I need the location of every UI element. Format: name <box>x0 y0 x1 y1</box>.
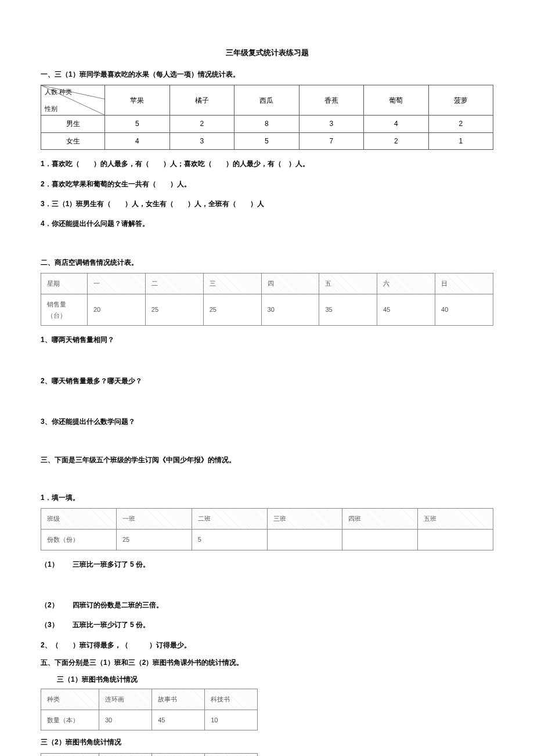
fruit-cell: 7 <box>299 132 364 149</box>
sub-table: 班级 一班 二班 三班 四班 五班 份数（份） 25 5 <box>41 508 493 550</box>
s3-c1: （1） 三班比一班多订了 5 份。 <box>41 559 493 570</box>
sub-cell: 25 <box>117 529 192 550</box>
book-cell: 种类 <box>41 689 99 710</box>
page-title: 三年级复式统计表练习题 <box>41 46 493 59</box>
sub-cell <box>267 529 342 550</box>
sub-cell: 一班 <box>117 509 192 530</box>
section5-heading: 五、下面分别是三（1）班和三（2）班图书角课外书的统计情况。 <box>41 657 493 668</box>
fruit-row-label: 女生 <box>41 132 105 149</box>
fruit-col: 葡萄 <box>364 85 429 116</box>
ac-cell: 30 <box>261 294 319 325</box>
fruit-cell: 2 <box>169 116 234 132</box>
ac-cell: 一 <box>88 273 146 294</box>
ac-cell: 40 <box>435 294 493 325</box>
fruit-col: 菠萝 <box>428 85 493 116</box>
book-cell: 科技书 <box>205 689 258 710</box>
sub-cell: 份数（份） <box>41 529 117 550</box>
s2-q2: 2、哪天销售量最多？哪天最少？ <box>41 375 493 387</box>
sub-cell <box>342 529 418 550</box>
s1-q3: 3．三（1）班男生有（ ）人，女生有（ ）人，全班有（ ）人 <box>41 198 493 210</box>
fruit-col: 西瓜 <box>234 85 300 116</box>
sub-cell: 5 <box>192 529 267 550</box>
ac-cell: 三 <box>203 273 261 294</box>
sub-cell: 班级 <box>41 509 117 530</box>
ac-cell: 日 <box>435 273 493 294</box>
sub-cell: 四班 <box>342 509 418 530</box>
fruit-table: 人数 种类 性别 苹果 橘子 西瓜 香蕉 葡萄 菠萝 男生 5 2 8 3 4 … <box>41 85 493 150</box>
section2-heading: 二、商店空调销售情况统计表。 <box>41 257 493 268</box>
ac-cell: 25 <box>203 294 261 325</box>
fruit-col: 苹果 <box>105 85 170 116</box>
book-cell: 种类 <box>41 753 99 756</box>
ac-cell: 四 <box>261 273 319 294</box>
s2-q3: 3、你还能提出什么数学问题？ <box>41 416 493 427</box>
fruit-cell: 1 <box>428 132 493 149</box>
ac-cell: 五 <box>319 273 377 294</box>
fruit-corner-cell: 人数 种类 性别 <box>41 85 105 116</box>
fruit-cell: 4 <box>105 132 170 149</box>
s1-q1: 1．喜欢吃（ ）的人最多，有（ ）人；喜欢吃（ ）的人最少，有（ ）人。 <box>41 158 493 170</box>
book-cell: 10 <box>205 710 258 730</box>
book-cell: 连环画 <box>99 753 152 756</box>
ac-cell: 二 <box>145 273 203 294</box>
book-table-1: 种类 连环画 故事书 科技书 数量（本） 30 45 10 <box>41 689 258 730</box>
sub-cell: 五班 <box>418 509 493 530</box>
ac-cell: 六 <box>377 273 435 294</box>
fruit-cell: 4 <box>364 116 429 132</box>
book-cell: 30 <box>99 710 152 730</box>
sub-cell: 三班 <box>267 509 342 530</box>
fruit-cell: 2 <box>364 132 429 149</box>
fruit-cell: 3 <box>169 132 234 149</box>
ac-cell: 25 <box>145 294 203 325</box>
fruit-cell: 5 <box>105 116 170 132</box>
ac-cell: 20 <box>88 294 146 325</box>
s1-q2: 2．喜欢吃苹果和葡萄的女生一共有（ ）人。 <box>41 178 493 190</box>
corner-bottom-label: 性别 <box>45 103 57 114</box>
s5-t2-title: 三（2）班图书角统计情况 <box>41 736 493 748</box>
s3-q2: 2、（ ）班订得最多，（ ）订得最少。 <box>41 639 493 651</box>
fruit-cell: 3 <box>299 116 364 132</box>
sub-cell <box>418 529 493 550</box>
fruit-cell: 2 <box>428 116 493 132</box>
ac-cell: 35 <box>319 294 377 325</box>
book-cell: 科技书 <box>205 753 258 756</box>
ac-table: 星期 一 二 三 四 五 六 日 销售量（台） 20 25 25 30 35 4… <box>41 273 493 326</box>
book-cell: 连环画 <box>99 689 152 710</box>
book-table-2: 种类 连环画 故事书 科技书 数量（本） 45 15 40 <box>41 753 258 756</box>
fruit-col: 香蕉 <box>299 85 364 116</box>
ac-cell: 销售量（台） <box>41 294 88 325</box>
s5-t1-title: 三（1）班图书角统计情况 <box>57 674 493 685</box>
book-cell: 数量（本） <box>41 710 99 730</box>
fruit-cell: 5 <box>234 132 300 149</box>
fruit-cell: 8 <box>234 116 300 132</box>
book-cell: 45 <box>152 710 205 730</box>
sub-cell: 二班 <box>192 509 267 530</box>
ac-cell: 星期 <box>41 273 88 294</box>
section3-heading: 三、下面是三年级五个班级的学生订阅《中国少年报》的情况。 <box>41 454 493 466</box>
book-cell: 故事书 <box>152 753 205 756</box>
section1-heading: 一、三（1）班同学最喜欢吃的水果（每人选一项）情况统计表。 <box>41 69 493 80</box>
s3-c3: （3） 五班比一班少订了 5 份。 <box>41 619 493 631</box>
s3-c2: （2） 四班订的份数是二班的三倍。 <box>41 599 493 611</box>
s2-q1: 1、哪两天销售量相同？ <box>41 334 493 345</box>
s1-q4: 4．你还能提出什么问题？请解答。 <box>41 218 493 229</box>
book-cell: 故事书 <box>152 689 205 710</box>
corner-top-label: 人数 种类 <box>45 87 72 98</box>
fruit-row-label: 男生 <box>41 116 105 132</box>
ac-cell: 45 <box>377 294 435 325</box>
section3-sub: 1．填一填。 <box>41 492 493 503</box>
fruit-col: 橘子 <box>169 85 234 116</box>
